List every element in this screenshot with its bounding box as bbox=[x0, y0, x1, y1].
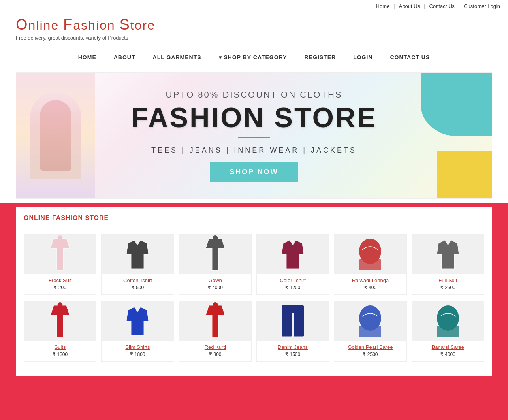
svg-rect-16 bbox=[294, 313, 304, 336]
nav-contact[interactable]: CONTACT US bbox=[382, 47, 439, 68]
product-price: ₹ 200 bbox=[24, 285, 96, 290]
banner-discount: UPTO 80% DISCOUNT ON CLOTHS bbox=[131, 90, 377, 100]
product-image-placeholder bbox=[334, 235, 406, 274]
nav-home[interactable]: HOME bbox=[70, 47, 105, 68]
product-image bbox=[334, 235, 406, 274]
product-card: Denim Jeans ₹ 1500 bbox=[256, 301, 329, 362]
site-tagline: Free delivery, great discounts, variety … bbox=[16, 35, 492, 41]
separator-1: | bbox=[393, 3, 395, 9]
product-name[interactable]: Rajwadi Lehnga bbox=[334, 277, 406, 283]
product-image bbox=[102, 235, 173, 274]
product-name[interactable]: Color Tshirt bbox=[257, 277, 329, 283]
svg-rect-14 bbox=[282, 305, 304, 313]
svg-marker-12 bbox=[206, 305, 225, 337]
product-image bbox=[179, 235, 251, 274]
svg-marker-11 bbox=[126, 307, 149, 335]
banner-divider bbox=[238, 137, 270, 138]
product-card: Red Kurti ₹ 800 bbox=[179, 301, 252, 362]
product-image bbox=[24, 301, 96, 341]
product-image-placeholder bbox=[102, 235, 173, 274]
product-image bbox=[334, 301, 406, 341]
main-nav: HOME ABOUT ALL GARMENTS ▾ SHOP BY CATEGO… bbox=[0, 47, 508, 68]
svg-marker-0 bbox=[51, 239, 70, 270]
product-price: ₹ 400 bbox=[334, 285, 406, 290]
svg-marker-3 bbox=[206, 239, 225, 270]
svg-marker-2 bbox=[126, 240, 149, 269]
svg-point-1 bbox=[58, 235, 63, 241]
product-name[interactable]: Cotton Tshirt bbox=[102, 277, 173, 283]
product-price: ₹ 1500 bbox=[257, 352, 329, 357]
product-price: ₹ 1200 bbox=[257, 285, 329, 290]
product-image-placeholder bbox=[257, 235, 329, 274]
product-image-placeholder bbox=[257, 301, 329, 341]
product-image-placeholder bbox=[24, 301, 96, 341]
nav-all-garments[interactable]: ALL GARMENTS bbox=[144, 47, 210, 68]
product-card: Slim Shirts ₹ 1800 bbox=[101, 301, 174, 362]
shop-now-button[interactable]: SHOP NOW bbox=[210, 162, 298, 182]
product-image bbox=[257, 235, 329, 274]
product-card: Rajwadi Lehnga ₹ 400 bbox=[334, 234, 406, 295]
nav-register[interactable]: REGISTER bbox=[296, 47, 345, 68]
topbar-contact-link[interactable]: Contact Us bbox=[429, 3, 455, 9]
product-name[interactable]: Denim Jeans bbox=[257, 344, 329, 350]
product-name[interactable]: Full Suit bbox=[412, 277, 484, 283]
product-price: ₹ 4000 bbox=[412, 352, 484, 357]
product-image-placeholder bbox=[179, 301, 251, 341]
product-image bbox=[102, 301, 173, 341]
product-name[interactable]: Frock Suit bbox=[24, 277, 96, 283]
product-image bbox=[257, 301, 329, 341]
product-price: ₹ 2500 bbox=[412, 285, 484, 290]
product-name[interactable]: Gown bbox=[179, 277, 251, 283]
product-price: ₹ 1800 bbox=[102, 352, 173, 357]
product-price: ₹ 4000 bbox=[179, 285, 251, 290]
product-card: Suits ₹ 1300 bbox=[24, 301, 96, 362]
svg-rect-20 bbox=[437, 326, 459, 337]
product-image-placeholder bbox=[334, 301, 406, 341]
product-card: Banarsi Saree ₹ 4000 bbox=[412, 301, 484, 362]
separator-2: | bbox=[424, 3, 425, 9]
svg-rect-7 bbox=[359, 259, 381, 270]
main-content: ONLINE FASHION STORE Frock Suit ₹ 200 Co… bbox=[16, 207, 492, 376]
products-grid-row1: Frock Suit ₹ 200 Cotton Tshirt ₹ 500 Gow… bbox=[24, 234, 484, 295]
banner-right-decoration bbox=[405, 73, 492, 198]
product-image bbox=[24, 235, 96, 274]
product-image bbox=[412, 235, 484, 274]
header: Online Fashion Store Free delivery, grea… bbox=[0, 12, 508, 47]
product-price: ₹ 800 bbox=[179, 352, 251, 357]
separator-3: | bbox=[459, 3, 460, 9]
product-name[interactable]: Banarsi Saree bbox=[412, 344, 484, 350]
banner-content: UPTO 80% DISCOUNT ON CLOTHS FASHION STOR… bbox=[131, 90, 377, 182]
product-image-placeholder bbox=[24, 235, 96, 274]
svg-marker-5 bbox=[282, 240, 304, 269]
topbar-login-link[interactable]: Customer Login bbox=[464, 3, 500, 9]
product-name[interactable]: Red Kurti bbox=[179, 344, 251, 350]
nav-login[interactable]: LOGIN bbox=[344, 47, 381, 68]
nav-shop-category[interactable]: ▾ SHOP BY CATEGORY bbox=[210, 47, 296, 68]
banner-left-decoration bbox=[16, 73, 95, 198]
product-card: Golden Pearl Saree ₹ 2500 bbox=[334, 301, 406, 362]
product-price: ₹ 1300 bbox=[24, 352, 96, 357]
product-name[interactable]: Suits bbox=[24, 344, 96, 350]
top-bar: Home | About Us | Contact Us | Customer … bbox=[0, 0, 508, 12]
product-price: ₹ 500 bbox=[102, 285, 173, 290]
product-image-placeholder bbox=[179, 235, 251, 274]
section-title: ONLINE FASHION STORE bbox=[24, 215, 484, 226]
product-price: ₹ 2500 bbox=[334, 352, 406, 357]
product-card: Full Suit ₹ 2500 bbox=[412, 234, 484, 295]
svg-point-13 bbox=[213, 302, 218, 307]
svg-rect-15 bbox=[282, 313, 292, 336]
product-image bbox=[412, 301, 484, 341]
nav-about[interactable]: ABOUT bbox=[105, 47, 144, 68]
products-grid-row2: Suits ₹ 1300 Slim Shirts ₹ 1800 Red Kurt… bbox=[24, 301, 484, 362]
product-name[interactable]: Golden Pearl Saree bbox=[334, 344, 406, 350]
topbar-about-link[interactable]: About Us bbox=[399, 3, 420, 9]
svg-rect-18 bbox=[359, 326, 381, 337]
product-card: Gown ₹ 4000 bbox=[179, 234, 252, 295]
product-image bbox=[179, 301, 251, 341]
topbar-home-link[interactable]: Home bbox=[376, 3, 390, 9]
svg-point-10 bbox=[58, 302, 63, 307]
banner-store-name: FASHION STORE bbox=[131, 104, 377, 132]
svg-marker-9 bbox=[51, 305, 70, 337]
product-name[interactable]: Slim Shirts bbox=[102, 344, 173, 350]
product-card: Color Tshirt ₹ 1200 bbox=[256, 234, 329, 295]
